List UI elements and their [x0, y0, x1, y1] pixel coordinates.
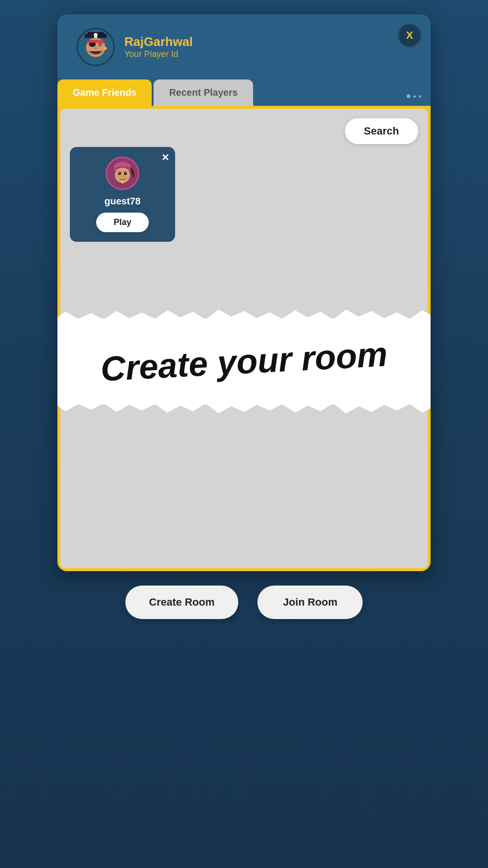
friend-avatar — [106, 157, 139, 190]
tab-recent-players-label: Recent Players — [169, 87, 237, 98]
close-button[interactable]: X — [397, 23, 422, 48]
tabs-row: Game Friends Recent Players — [57, 79, 431, 106]
header-info: RajGarhwal Your Player Id — [124, 34, 193, 59]
friend-card: ✕ — [70, 147, 175, 242]
modal-header: RajGarhwal Your Player Id — [57, 14, 431, 79]
player-avatar — [77, 28, 115, 66]
create-room-button[interactable]: Create Room — [125, 586, 239, 619]
pirate-avatar-icon — [78, 29, 113, 65]
tab-recent-players[interactable]: Recent Players — [154, 79, 253, 106]
content-area: Search ✕ — [57, 106, 431, 571]
player-id-label: Your Player Id — [124, 49, 193, 59]
svg-point-20 — [121, 180, 124, 183]
torn-paper-text: Create your room — [100, 334, 388, 388]
svg-point-19 — [122, 176, 123, 177]
svg-point-11 — [104, 47, 107, 50]
tab-game-friends-label: Game Friends — [73, 87, 136, 98]
dot-1 — [407, 94, 410, 98]
modal-window: X — [57, 14, 431, 571]
torn-paper-shape: Create your room — [57, 318, 431, 405]
svg-point-9 — [100, 44, 101, 45]
svg-point-18 — [125, 172, 126, 173]
app-container: X — [57, 14, 431, 619]
svg-point-3 — [94, 33, 98, 37]
join-room-button[interactable]: Join Room — [257, 586, 363, 619]
content-inner: Search ✕ — [60, 109, 428, 568]
torn-paper: Create your room — [57, 318, 431, 405]
svg-point-17 — [119, 172, 120, 173]
search-button[interactable]: Search — [345, 118, 418, 144]
bottom-buttons: Create Room Join Room — [57, 586, 431, 619]
dot-3 — [419, 95, 421, 98]
tab-dots — [407, 94, 421, 106]
dot-2 — [413, 95, 416, 98]
close-icon: X — [406, 29, 413, 42]
svg-point-10 — [94, 47, 97, 49]
tab-game-friends[interactable]: Game Friends — [57, 79, 152, 106]
player-name: RajGarhwal — [124, 34, 193, 49]
card-close-button[interactable]: ✕ — [161, 152, 169, 163]
friend-name: guest78 — [104, 196, 141, 207]
svg-rect-4 — [94, 36, 97, 38]
play-button[interactable]: Play — [96, 213, 148, 232]
